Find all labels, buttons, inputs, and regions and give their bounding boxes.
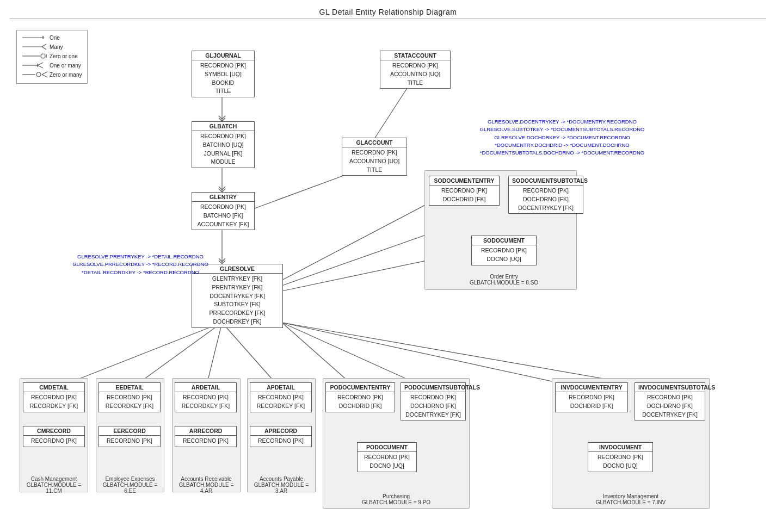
- entity-cmrecord: CMRECORD RECORDNO [PK]: [23, 426, 85, 447]
- entity-gljournal: GLJOURNAL RECORDNO [PK] SYMBOL [UQ] BOOK…: [192, 51, 255, 97]
- entity-eedetail: EEDETAIL RECORDNO [PK] RECORDKEY [FK]: [98, 382, 161, 412]
- glaccount-title: GLACCOUNT: [342, 138, 407, 147]
- eerecord-title: EERECORD: [99, 426, 160, 436]
- svg-line-64: [42, 47, 46, 50]
- entity-apdetail: APDETAIL RECORDNO [PK] RECORDKEY [FK]: [250, 382, 312, 412]
- glentry-title: GLENTRY: [192, 193, 254, 202]
- entity-podocumentsubtotals: PODOCUMENTSUBTOTALS RECORDNO [PK] DOCHDR…: [401, 382, 466, 420]
- legend-zero-one: Zero or one: [50, 53, 78, 59]
- glentry-body: RECORDNO [PK] BATCHNO [FK] ACCOUNTKEY [F…: [192, 202, 254, 230]
- svg-line-16: [282, 199, 438, 280]
- invdocumentsubtotals-body: RECORDNO [PK] DOCHDRNO [FK] DOCENTRYKEY …: [635, 392, 705, 420]
- svg-line-70: [38, 63, 43, 65]
- cmdetail-body: RECORDNO [PK] RECORDKEY [FK]: [23, 392, 84, 412]
- invdocumententry-body: RECORDNO [PK] DOCHDRID [FK]: [556, 392, 627, 412]
- arrecord-title: ARRECORD: [175, 426, 236, 436]
- eedetail-title: EEDETAIL: [99, 383, 160, 392]
- aprecord-body: RECORDNO [PK]: [250, 436, 311, 447]
- sodocumententry-body: RECORDNO [PK] DOCHDRID [FK]: [429, 185, 499, 205]
- podocumentsubtotals-title: PODOCUMENTSUBTOTALS: [401, 383, 465, 392]
- entity-stataccount: STATACCOUNT RECORDNO [PK] ACCOUNTNO [UQ]…: [380, 51, 451, 89]
- legend: One Many Zero or one One or many Zero or…: [16, 30, 88, 84]
- group-label-ar: Accounts ReceivableGLBATCH.MODULE =4.AR: [172, 476, 241, 494]
- stataccount-body: RECORDNO [PK] ACCOUNTNO [UQ] TITLE: [380, 60, 450, 88]
- legend-zero-many: Zero or many: [50, 72, 82, 78]
- cmrecord-body: RECORDNO [PK]: [23, 436, 84, 447]
- group-label-cm: Cash ManagementGLBATCH.MODULE =11.CM: [20, 476, 88, 494]
- glbatch-body: RECORDNO [PK] BATCHNO [UQ] JOURNAL [FK] …: [192, 131, 254, 168]
- entity-eerecord: EERECORD RECORDNO [PK]: [98, 426, 161, 447]
- invdocument-body: RECORDNO [PK] DOCNO [UQ]: [588, 452, 652, 472]
- svg-point-73: [36, 72, 41, 77]
- sodocumententry-title: SODOCUMENTENTRY: [429, 176, 499, 185]
- svg-line-74: [42, 72, 47, 75]
- svg-point-66: [41, 54, 45, 58]
- podocument-body: RECORDNO [PK] DOCNO [UQ]: [358, 452, 416, 472]
- svg-line-4: [222, 116, 225, 119]
- gl-notes: GLRESOLVE.PRENTRYKEY -> *DETAIL.RECORDNO…: [64, 253, 217, 276]
- entity-glaccount: GLACCOUNT RECORDNO [PK] ACCOUNTNO [UQ] T…: [342, 138, 407, 176]
- svg-line-14: [219, 258, 222, 262]
- cmrecord-title: CMRECORD: [23, 426, 84, 436]
- glaccount-body: RECORDNO [PK] ACCOUNTNO [UQ] TITLE: [342, 147, 407, 175]
- aprecord-title: APRECORD: [250, 426, 311, 436]
- invdocument-title: INVDOCUMENT: [588, 443, 652, 452]
- entity-podocument: PODOCUMENT RECORDNO [PK] DOCNO [UQ]: [357, 442, 417, 472]
- stataccount-title: STATACCOUNT: [380, 51, 450, 60]
- entity-glentry: GLENTRY RECORDNO [PK] BATCHNO [FK] ACCOU…: [192, 192, 255, 230]
- group-label-po: PurchasingGLBATCH.MODULE = 9.PO: [323, 493, 470, 505]
- apdetail-title: APDETAIL: [250, 383, 311, 392]
- entity-glbatch: GLBATCH RECORDNO [PK] BATCHNO [UQ] JOURN…: [192, 121, 255, 168]
- svg-line-75: [42, 75, 47, 77]
- svg-line-71: [38, 65, 43, 68]
- entity-cmdetail: CMDETAIL RECORDNO [PK] RECORDKEY [FK]: [23, 382, 85, 412]
- podocument-title: PODOCUMENT: [358, 443, 416, 452]
- podocumententry-body: RECORDNO [PK] DOCHDRID [FK]: [326, 392, 395, 412]
- eerecord-body: RECORDNO [PK]: [99, 436, 160, 447]
- sodocumentsubtotals-title: SODOCUMENTSUBTOTALS: [509, 176, 583, 185]
- group-label-ap: Accounts PayableGLBATCH.MODULE =3.AR: [247, 476, 316, 494]
- glresolve-body: GLENTRYKEY [FK] PRENTRYKEY [FK] DOCENTRY…: [192, 274, 282, 327]
- svg-line-8: [219, 187, 222, 190]
- entity-sodocument: SODOCUMENT RECORDNO [PK] DOCNO [UQ]: [471, 236, 537, 265]
- group-label-so: Order EntryGLBATCH.MODULE = 8.SO: [455, 274, 553, 286]
- so-notes: GLRESOLVE.DOCENTRYKEY -> *DOCUMENTRY.REC…: [456, 118, 668, 157]
- entity-sodocumentsubtotals: SODOCUMENTSUBTOTALS RECORDNO [PK] DOCHDR…: [508, 176, 583, 214]
- podocumententry-title: PODOCUMENTENTRY: [326, 383, 395, 392]
- entity-podocumententry: PODOCUMENTENTRY RECORDNO [PK] DOCHDRID […: [325, 382, 395, 412]
- glbatch-title: GLBATCH: [192, 122, 254, 131]
- svg-line-9: [222, 187, 225, 190]
- page-title: GL Detail Entity Relationship Diagram: [0, 0, 776, 18]
- svg-line-57: [374, 83, 410, 139]
- entity-aprecord: APRECORD RECORDNO [PK]: [250, 426, 312, 447]
- svg-line-10: [255, 170, 358, 208]
- entity-invdocumententry: INVDOCUMENTENTRY RECORDNO [PK] DOCHDRID …: [555, 382, 628, 412]
- ardetail-title: ARDETAIL: [175, 383, 236, 392]
- legend-one-many: One or many: [50, 63, 81, 69]
- diagram-area: One Many Zero or one One or many Zero or…: [10, 19, 766, 519]
- svg-line-63: [42, 44, 46, 47]
- svg-line-15: [222, 258, 225, 262]
- group-label-ee: Employee ExpensesGLBATCH.MODULE =6.EE: [96, 476, 164, 494]
- entity-invdocument: INVDOCUMENT RECORDNO [PK] DOCNO [UQ]: [588, 442, 653, 472]
- cmdetail-title: CMDETAIL: [23, 383, 84, 392]
- ardetail-body: RECORDNO [PK] RECORDKEY [FK]: [175, 392, 236, 412]
- legend-many: Many: [50, 44, 63, 50]
- gljournal-title: GLJOURNAL: [192, 51, 254, 60]
- entity-arrecord: ARRECORD RECORDNO [PK]: [175, 426, 237, 447]
- podocumentsubtotals-body: RECORDNO [PK] DOCHDRNO [FK] DOCENTRYKEY …: [401, 392, 465, 420]
- invdocumentsubtotals-title: INVDOCUMENTSUBTOTALS: [635, 383, 705, 392]
- invdocumententry-title: INVDOCUMENTENTRY: [556, 383, 627, 392]
- entity-ardetail: ARDETAIL RECORDNO [PK] RECORDKEY [FK]: [175, 382, 237, 412]
- group-label-inv: Inventory ManagementGLBATCH.MODULE = 7.I…: [552, 493, 710, 505]
- sodocumentsubtotals-body: RECORDNO [PK] DOCHDRNO [FK] DOCENTRYKEY …: [509, 185, 583, 213]
- sodocument-title: SODOCUMENT: [472, 236, 536, 245]
- arrecord-body: RECORDNO [PK]: [175, 436, 236, 447]
- eedetail-body: RECORDNO [PK] RECORDKEY [FK]: [99, 392, 160, 412]
- entity-sodocumententry: SODOCUMENTENTRY RECORDNO [PK] DOCHDRID […: [429, 176, 500, 206]
- legend-one: One: [50, 35, 60, 41]
- sodocument-body: RECORDNO [PK] DOCNO [UQ]: [472, 245, 536, 265]
- entity-invdocumentsubtotals: INVDOCUMENTSUBTOTALS RECORDNO [PK] DOCHD…: [635, 382, 705, 420]
- apdetail-body: RECORDNO [PK] RECORDKEY [FK]: [250, 392, 311, 412]
- gljournal-body: RECORDNO [PK] SYMBOL [UQ] BOOKID TITLE: [192, 60, 254, 97]
